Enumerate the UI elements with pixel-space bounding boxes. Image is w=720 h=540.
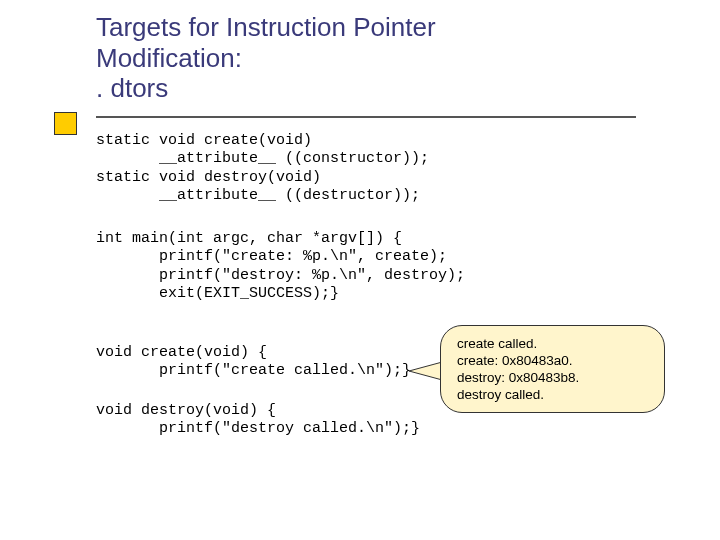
- callout-line-2: create: 0x80483a0.: [457, 353, 648, 370]
- code-block-create: void create(void) { printf("create calle…: [96, 344, 411, 381]
- code-block-destroy: void destroy(void) { printf("destroy cal…: [96, 402, 420, 439]
- accent-square: [54, 112, 77, 135]
- callout-line-3: destroy: 0x80483b8.: [457, 370, 648, 387]
- callout-line-4: destroy called.: [457, 387, 648, 404]
- title-line-2: Modification:: [96, 43, 242, 73]
- callout-line-1: create called.: [457, 336, 648, 353]
- code-block-main: int main(int argc, char *argv[]) { print…: [96, 230, 465, 303]
- slide-title: Targets for Instruction Pointer Modifica…: [96, 12, 656, 104]
- title-line-3: . dtors: [96, 73, 168, 103]
- callout-bubble: create called. create: 0x80483a0. destro…: [440, 325, 665, 413]
- title-line-1: Targets for Instruction Pointer: [96, 12, 436, 42]
- title-underline: [96, 116, 636, 118]
- code-block-declarations: static void create(void) __attribute__ (…: [96, 132, 429, 205]
- slide: { "title_line1": "Targets for Instructio…: [0, 0, 720, 540]
- output-callout: create called. create: 0x80483a0. destro…: [440, 325, 665, 423]
